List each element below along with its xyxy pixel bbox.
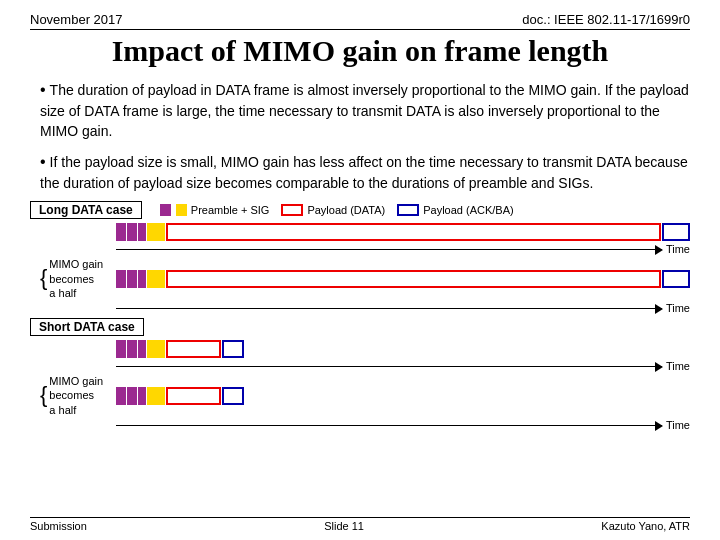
long-mimo-label-2: { MIMO gainbecomesa half xyxy=(40,257,112,300)
ack-1 xyxy=(662,223,690,241)
short-data-diagram: Time { MIMO gainbecomesa half xyxy=(30,340,690,431)
short-payload-data-2 xyxy=(166,387,221,405)
pre2 xyxy=(127,223,137,241)
header: November 2017 doc.: IEEE 802.11-17/1699r… xyxy=(30,12,690,30)
short-bar-row-1 xyxy=(116,340,690,358)
payload-data-swatch xyxy=(281,204,303,216)
short-mimo-text: MIMO gainbecomesa half xyxy=(49,374,103,417)
pre3 xyxy=(138,223,146,241)
short-mimo-label-2: { MIMO gainbecomesa half xyxy=(40,374,112,417)
legend-payload-data: Payload (DATA) xyxy=(281,204,385,216)
legend-preamble: Preamble + SIG xyxy=(160,204,270,216)
legend-payload-ack-label: Payload (ACK/BA) xyxy=(423,204,513,216)
long-bar-row-2 xyxy=(116,270,690,288)
brace-long: { xyxy=(40,264,47,293)
ssig1 xyxy=(147,340,165,358)
long-time-line-2 xyxy=(116,308,662,309)
short-ack-2 xyxy=(222,387,244,405)
slide: November 2017 doc.: IEEE 802.11-17/1699r… xyxy=(0,0,720,540)
long-bar-row-1 xyxy=(116,223,690,241)
short-time-arrow-2: Time xyxy=(116,419,690,431)
footer-center: Slide 11 xyxy=(324,520,364,532)
brace-short: { xyxy=(40,381,47,410)
long-data-case-label: Long DATA case xyxy=(30,201,142,219)
legend: Preamble + SIG Payload (DATA) Payload (A… xyxy=(160,204,514,216)
short-ack-1 xyxy=(222,340,244,358)
spre3 xyxy=(138,340,146,358)
bullet-2: •If the payload size is small, MIMO gain… xyxy=(30,150,690,193)
long-time-label-2: Time xyxy=(666,302,690,314)
long-data-case-row: Long DATA case Preamble + SIG Payload (D… xyxy=(30,201,690,219)
pre1b xyxy=(116,270,126,288)
bullet-marker-2: • xyxy=(40,153,46,170)
footer: Submission Slide 11 Kazuto Yano, ATR xyxy=(30,517,690,532)
payload-ack-swatch xyxy=(397,204,419,216)
bullet-marker-1: • xyxy=(40,81,46,98)
pre3b xyxy=(138,270,146,288)
long-time-arrow-2: Time xyxy=(116,302,690,314)
legend-preamble-label: Preamble + SIG xyxy=(191,204,270,216)
ack-2 xyxy=(662,270,690,288)
long-time-label-1: Time xyxy=(666,243,690,255)
sig1 xyxy=(147,223,165,241)
long-time-arrow-1: Time xyxy=(116,243,690,255)
ssig1b xyxy=(147,387,165,405)
short-data-case-row: Short DATA case xyxy=(30,318,690,336)
footer-left: Submission xyxy=(30,520,87,532)
preamble-yellow-swatch xyxy=(176,204,187,216)
long-mimo-text: MIMO gainbecomesa half xyxy=(49,257,103,300)
spre2b xyxy=(127,387,137,405)
legend-payload-ack: Payload (ACK/BA) xyxy=(397,204,513,216)
bullet-1: •The duration of payload in DATA frame i… xyxy=(30,78,690,142)
page-title: Impact of MIMO gain on frame length xyxy=(30,34,690,68)
long-time-line-1 xyxy=(116,249,662,250)
footer-right: Kazuto Yano, ATR xyxy=(601,520,690,532)
pre2b xyxy=(127,270,137,288)
spre3b xyxy=(138,387,146,405)
spre1b xyxy=(116,387,126,405)
long-data-diagram: Time { MIMO gainbecomesa half xyxy=(30,223,690,314)
short-data-case-label: Short DATA case xyxy=(30,318,144,336)
legend-payload-data-label: Payload (DATA) xyxy=(307,204,385,216)
pre1 xyxy=(116,223,126,241)
spre1 xyxy=(116,340,126,358)
short-time-arrow-1: Time xyxy=(116,360,690,372)
diagrams-area: Long DATA case Preamble + SIG Payload (D… xyxy=(30,201,690,431)
header-left: November 2017 xyxy=(30,12,123,27)
short-time-label-1: Time xyxy=(666,360,690,372)
short-time-label-2: Time xyxy=(666,419,690,431)
spre2 xyxy=(127,340,137,358)
payload-data-1 xyxy=(166,223,661,241)
sig1b xyxy=(147,270,165,288)
preamble-purple-swatch xyxy=(160,204,171,216)
short-time-line-1 xyxy=(116,366,662,367)
short-bar-row-2 xyxy=(116,387,690,405)
short-time-line-2 xyxy=(116,425,662,426)
payload-data-2 xyxy=(166,270,661,288)
header-right: doc.: IEEE 802.11-17/1699r0 xyxy=(522,12,690,27)
short-payload-data-1 xyxy=(166,340,221,358)
